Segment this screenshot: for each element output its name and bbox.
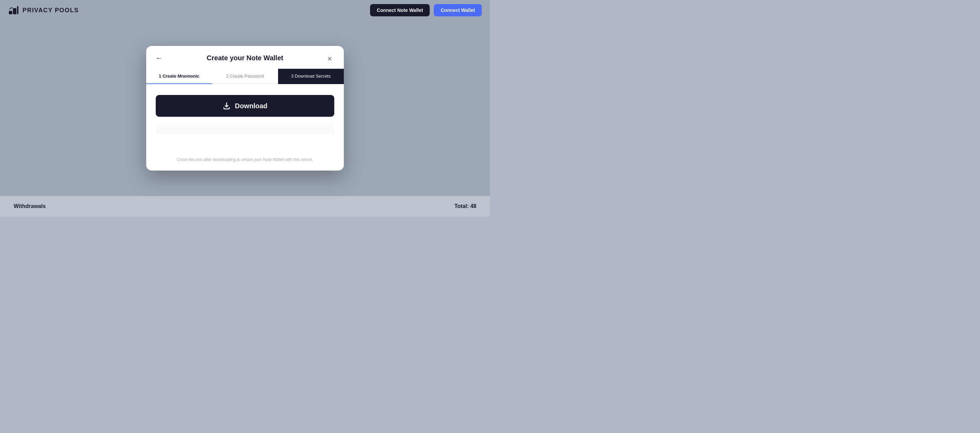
modal-gradient-fade — [156, 120, 334, 134]
modal-footer: Close this box after downloading & unloc… — [146, 152, 344, 171]
modal-close-button[interactable]: ✕ — [325, 54, 334, 63]
tab-create-mnemonic[interactable]: 1 Create Mnemonic — [146, 69, 212, 84]
modal-back-button[interactable]: ← — [156, 54, 162, 62]
modal-body: Download — [146, 84, 344, 152]
modal: ← Create your Note Wallet ✕ 1 Create Mne… — [146, 46, 344, 171]
modal-tabs: 1 Create Mnemonic 2 Create Password 3 Do… — [146, 69, 344, 84]
modal-footer-text: Close this box after downloading & unloc… — [177, 157, 313, 162]
tab-create-password[interactable]: 2 Create Password — [212, 69, 278, 84]
modal-overlay: ← Create your Note Wallet ✕ 1 Create Mne… — [0, 0, 490, 217]
download-button[interactable]: Download — [156, 95, 334, 117]
close-icon: ✕ — [327, 55, 332, 63]
modal-header: ← Create your Note Wallet ✕ — [146, 46, 344, 62]
download-icon — [223, 102, 231, 110]
back-arrow-icon: ← — [156, 54, 162, 62]
modal-title: Create your Note Wallet — [207, 54, 283, 62]
tab-download-secrets[interactable]: 3 Download Secrets — [278, 69, 344, 84]
